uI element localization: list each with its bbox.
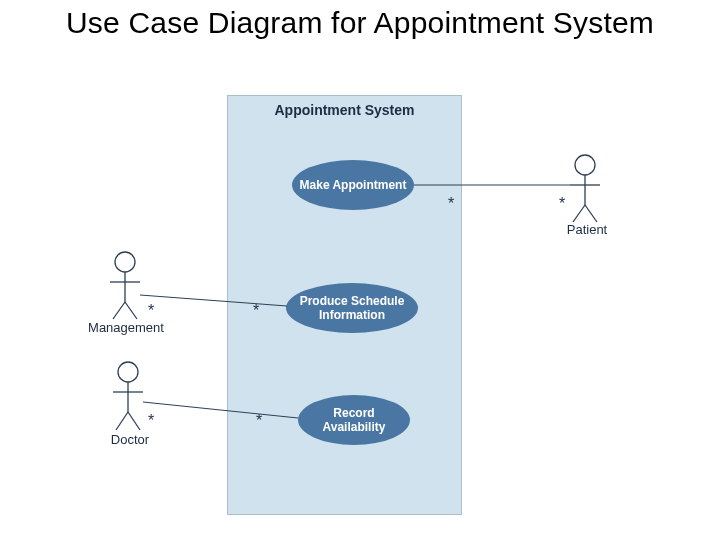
slide: Use Case Diagram for Appointment System …: [0, 0, 720, 540]
multiplicity-star: *: [559, 195, 565, 213]
actor-doctor-icon: [113, 362, 143, 430]
usecase-label: Make Appointment: [300, 178, 407, 192]
multiplicity-star: *: [448, 195, 454, 213]
svg-point-0: [575, 155, 595, 175]
multiplicity-star: *: [253, 302, 259, 320]
page-title: Use Case Diagram for Appointment System: [0, 6, 720, 40]
svg-line-13: [116, 412, 128, 430]
multiplicity-star: *: [148, 412, 154, 430]
svg-point-5: [115, 252, 135, 272]
svg-line-3: [573, 205, 585, 222]
svg-line-14: [128, 412, 140, 430]
system-name: Appointment System: [228, 102, 461, 118]
actor-management-icon: [110, 252, 140, 319]
multiplicity-star: *: [256, 412, 262, 430]
svg-line-9: [125, 302, 137, 319]
actor-patient-icon: [570, 155, 600, 222]
actor-label-management: Management: [76, 320, 176, 335]
multiplicity-star: *: [148, 302, 154, 320]
actor-label-doctor: Doctor: [95, 432, 165, 447]
usecase-make-appointment: Make Appointment: [292, 160, 414, 210]
usecase-produce-schedule: Produce Schedule Information: [286, 283, 418, 333]
actor-label-patient: Patient: [552, 222, 622, 237]
svg-line-8: [113, 302, 125, 319]
svg-line-4: [585, 205, 597, 222]
svg-point-10: [118, 362, 138, 382]
usecase-label: Record Availability: [304, 406, 404, 435]
usecase-label: Produce Schedule Information: [292, 294, 412, 323]
usecase-record-availability: Record Availability: [298, 395, 410, 445]
